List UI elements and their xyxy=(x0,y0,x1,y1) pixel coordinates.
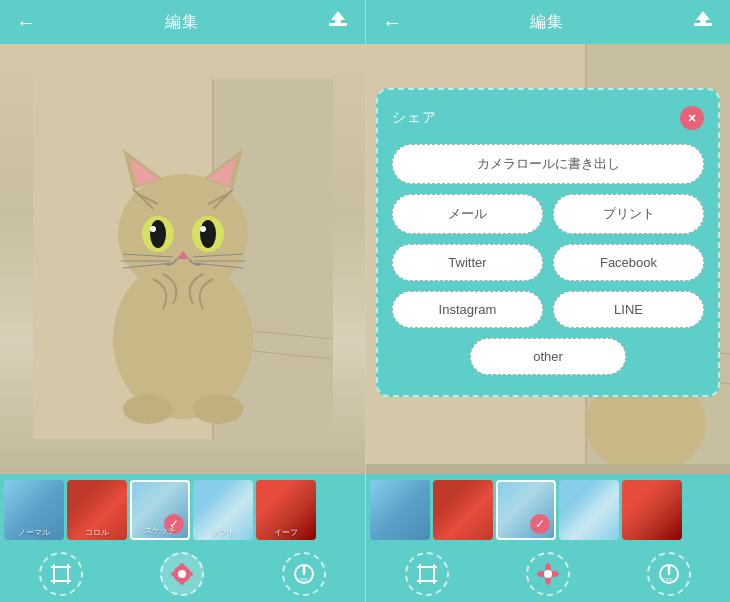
thumb-sketch-label: スケッチ xyxy=(132,525,188,536)
share-dialog-header: シェア × xyxy=(392,106,704,130)
right-flower-tool-button[interactable] xyxy=(526,552,570,596)
svg-point-20 xyxy=(200,220,216,248)
share-row-other: other xyxy=(392,338,704,375)
left-thumbnail-strip: ノーマル コロル ✓ スケッチ ソフト イーフ xyxy=(0,474,365,546)
left-header-title: 編集 xyxy=(165,12,199,33)
left-panel: ← 編集 xyxy=(0,0,365,602)
thumbnail-normal[interactable]: ノーマル xyxy=(4,480,64,540)
upload-button-left[interactable] xyxy=(327,9,349,36)
right-selected-check: ✓ xyxy=(530,514,550,534)
svg-text:OFF: OFF xyxy=(663,577,673,583)
svg-point-30 xyxy=(123,394,173,424)
thumbnail-soft[interactable]: ソフト xyxy=(193,480,253,540)
svg-rect-53 xyxy=(694,23,712,26)
off-tool-button[interactable]: OFF xyxy=(282,552,326,596)
crop-tool-button[interactable] xyxy=(39,552,83,596)
share-row-mail-print: メール プリント xyxy=(392,194,704,234)
svg-point-21 xyxy=(150,226,156,232)
twitter-button[interactable]: Twitter xyxy=(392,244,543,281)
upload-button-right[interactable] xyxy=(692,9,714,36)
share-row-instagram-line: Instagram LINE xyxy=(392,291,704,328)
right-panel: ← 編集 xyxy=(365,0,730,602)
flower-tool-button[interactable] xyxy=(160,552,204,596)
thumb-ef-label: イーフ xyxy=(256,527,316,538)
right-background: シェア × カメラロールに書き出し メール プリント Twitter Faceb… xyxy=(366,44,730,474)
share-row-camera: カメラロールに書き出し xyxy=(392,144,704,184)
right-bottom-toolbar: OFF xyxy=(366,546,730,602)
right-header: ← 編集 xyxy=(366,0,730,44)
svg-rect-0 xyxy=(329,23,347,26)
right-thumbnail-2[interactable] xyxy=(433,480,493,540)
svg-marker-1 xyxy=(331,11,345,23)
share-row-twitter-facebook: Twitter Facebook xyxy=(392,244,704,281)
cat-photo xyxy=(0,44,365,474)
left-header: ← 編集 xyxy=(0,0,365,44)
right-main-image: シェア × カメラロールに書き出し メール プリント Twitter Faceb… xyxy=(366,44,730,474)
other-button[interactable]: other xyxy=(470,338,626,375)
svg-point-50 xyxy=(178,570,186,578)
print-button[interactable]: プリント xyxy=(553,194,704,234)
svg-point-80 xyxy=(544,570,552,578)
svg-point-8 xyxy=(118,174,248,294)
svg-point-19 xyxy=(150,220,166,248)
right-crop-tool-button[interactable] xyxy=(405,552,449,596)
svg-text:OFF: OFF xyxy=(298,577,308,583)
left-main-image xyxy=(0,44,365,474)
right-thumbnail-4[interactable] xyxy=(559,480,619,540)
svg-rect-32 xyxy=(54,567,68,581)
back-button-left[interactable]: ← xyxy=(16,11,36,34)
right-thumbnail-5[interactable] xyxy=(622,480,682,540)
right-header-title: 編集 xyxy=(530,12,564,33)
right-thumbnail-3[interactable]: ✓ xyxy=(496,480,556,540)
thumbnail-color[interactable]: コロル xyxy=(67,480,127,540)
share-close-button[interactable]: × xyxy=(680,106,704,130)
svg-point-31 xyxy=(193,394,243,424)
right-off-tool-button[interactable]: OFF xyxy=(647,552,691,596)
thumbnail-ef[interactable]: イーフ xyxy=(256,480,316,540)
back-button-right[interactable]: ← xyxy=(382,11,402,34)
right-thumbnail-1[interactable] xyxy=(370,480,430,540)
share-dialog: シェア × カメラロールに書き出し メール プリント Twitter Faceb… xyxy=(376,88,720,397)
mail-button[interactable]: メール xyxy=(392,194,543,234)
facebook-button[interactable]: Facebook xyxy=(553,244,704,281)
camera-roll-button[interactable]: カメラロールに書き出し xyxy=(392,144,704,184)
share-title: シェア xyxy=(392,109,437,127)
left-bottom-toolbar: OFF xyxy=(0,546,365,602)
line-button[interactable]: LINE xyxy=(553,291,704,328)
thumb-soft-label: ソフト xyxy=(193,527,253,538)
thumb-color-label: コロル xyxy=(67,527,127,538)
thumb-normal-label: ノーマル xyxy=(4,527,64,538)
svg-marker-54 xyxy=(696,11,710,23)
thumbnail-sketch[interactable]: ✓ スケッチ xyxy=(130,480,190,540)
instagram-button[interactable]: Instagram xyxy=(392,291,543,328)
svg-rect-66 xyxy=(420,567,434,581)
right-thumbnail-strip: ✓ xyxy=(366,474,730,546)
svg-point-22 xyxy=(200,226,206,232)
